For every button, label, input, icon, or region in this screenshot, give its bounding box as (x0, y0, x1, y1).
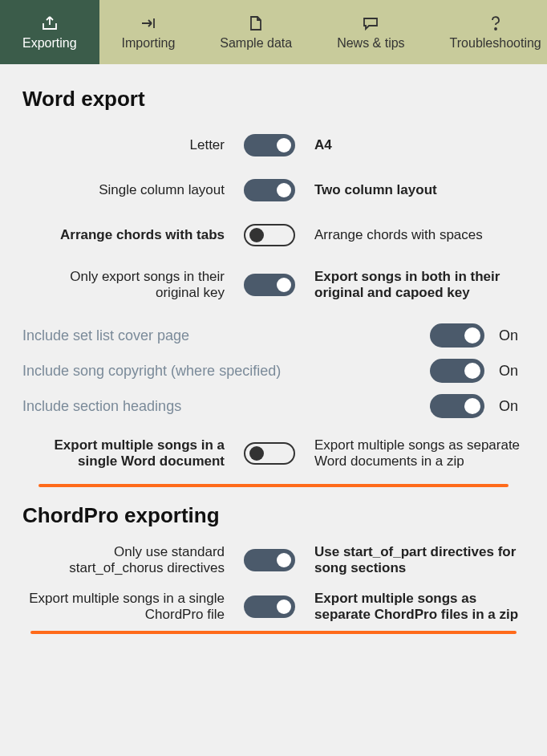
option-left: Export multiple songs in a single ChordP… (22, 591, 237, 623)
tab-label: Troubleshooting (450, 36, 541, 51)
toggle-multi-chordpro[interactable] (244, 595, 295, 618)
toggle-chord-arrangement[interactable] (244, 224, 295, 246)
setting-cover-page: Include set list cover page On (22, 323, 525, 348)
chat-icon (362, 14, 379, 33)
export-icon (41, 14, 59, 33)
toggle-page-size[interactable] (244, 134, 295, 156)
section-title-word-export: Word export (22, 87, 525, 112)
option-left: Only use standard start_of_chorus direct… (22, 544, 237, 576)
tab-news-tips[interactable]: News & tips (314, 0, 427, 64)
setting-copyright: Include song copyright (where specified)… (22, 359, 525, 383)
section-divider (30, 631, 517, 634)
toggle-copyright[interactable] (430, 359, 484, 383)
setting-label: Include section headings (22, 398, 430, 415)
option-right: Two column layout (302, 182, 525, 198)
section-title-chordpro: ChordPro exporting (22, 503, 525, 528)
toggle-column-layout[interactable] (244, 179, 295, 201)
setting-multi-chordpro: Export multiple songs in a single ChordP… (22, 591, 525, 623)
toggle-export-key[interactable] (244, 274, 295, 296)
setting-label: Include song copyright (where specified) (22, 363, 430, 380)
setting-column-layout: Single column layout Two column layout (22, 179, 525, 201)
option-right: Arrange chords with spaces (302, 227, 525, 243)
option-right: Export songs in both in their original a… (302, 269, 525, 301)
settings-content: Word export Letter A4 Single column layo… (0, 64, 547, 650)
setting-chordpro-directives: Only use standard start_of_chorus direct… (22, 544, 525, 576)
option-right: Export multiple songs as separate Word d… (302, 437, 525, 469)
setting-chord-arrangement: Arrange chords with tabs Arrange chords … (22, 224, 525, 246)
tab-bar: Exporting Importing Sample data News & t… (0, 0, 547, 64)
tab-label: News & tips (337, 36, 404, 51)
option-right: A4 (302, 137, 525, 153)
toggle-multi-word[interactable] (244, 442, 295, 465)
setting-export-key: Only export songs in their original key … (22, 269, 525, 301)
toggle-state: On (484, 327, 525, 344)
toggle-section-headings[interactable] (430, 394, 484, 418)
setting-multi-word: Export multiple songs in a single Word d… (22, 437, 525, 469)
tab-label: Importing (122, 36, 176, 51)
section-divider (38, 484, 509, 487)
question-icon (489, 14, 502, 33)
import-icon (140, 14, 157, 33)
option-right: Use start_of_part directives for song se… (302, 544, 525, 576)
option-left: Letter (22, 137, 237, 153)
option-left: Single column layout (22, 182, 237, 198)
option-left: Only export songs in their original key (22, 269, 237, 301)
tab-sample-data[interactable]: Sample data (197, 0, 314, 64)
svg-point-0 (495, 28, 496, 30)
option-left: Arrange chords with tabs (22, 227, 237, 243)
setting-section-headings: Include section headings On (22, 394, 525, 418)
toggle-state: On (484, 363, 525, 380)
setting-page-size: Letter A4 (22, 134, 525, 156)
tab-troubleshooting[interactable]: Troubleshooting (427, 0, 547, 64)
option-left: Export multiple songs in a single Word d… (22, 437, 237, 469)
toggle-chordpro-directives[interactable] (244, 549, 295, 571)
tab-importing[interactable]: Importing (99, 0, 198, 64)
document-icon (249, 14, 263, 33)
setting-label: Include set list cover page (22, 327, 430, 344)
option-right: Export multiple songs as separate ChordP… (302, 591, 525, 623)
tab-exporting[interactable]: Exporting (0, 0, 99, 64)
toggle-state: On (484, 398, 525, 415)
tab-label: Sample data (220, 36, 292, 51)
tab-label: Exporting (22, 36, 77, 51)
toggle-cover-page[interactable] (430, 323, 484, 348)
